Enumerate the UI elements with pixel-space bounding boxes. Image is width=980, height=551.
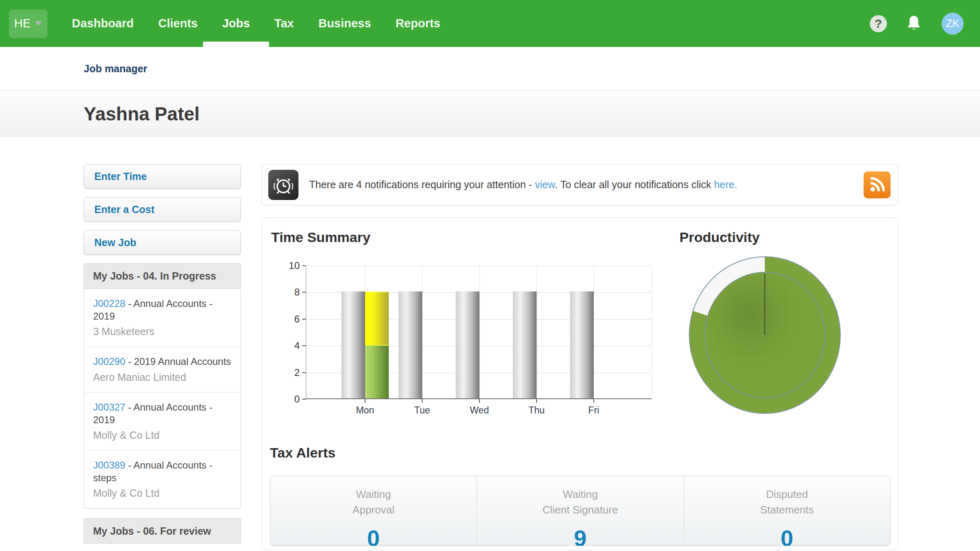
gridline [594,266,594,398]
capacity-bar-thu [513,291,537,398]
capacity-bar-fri [570,291,594,398]
capacity-bar-wed [456,291,479,398]
nav-item-reports[interactable]: Reports [394,0,442,47]
job-id-link[interactable]: J00290 [93,356,125,367]
job-title: J00327 - Annual Accounts - 2019 [93,401,232,426]
rss-icon[interactable] [864,171,891,198]
x-axis-tick [479,399,480,403]
org-menu-button[interactable]: HE [9,9,47,38]
time-summary-title: Time Summary [271,229,370,245]
my-jobs-panel: My Jobs - 04. In ProgressJ00228 - Annual… [84,263,241,509]
y-axis-tick [302,372,306,373]
notification-text-before: There are 4 notifications requiring your… [309,179,535,190]
dashboard-card: Time Summary 0246810MonTueWedThuFri Prod… [261,218,898,550]
job-title: J00389 - Annual Accounts - steps [93,459,232,484]
job-id-link[interactable]: J00228 [93,298,125,309]
tax-alerts-title: Tax Alerts [270,445,336,461]
job-id-link[interactable]: J00327 [93,402,125,413]
time-summary-chart: 0246810MonTueWedThuFri [306,266,652,399]
gridline [537,266,537,398]
job-list-item: J00290 - 2019 Annual AccountsAero Maniac… [84,347,241,392]
gridline [422,266,423,398]
jobs-section-header: My Jobs - 06. For review [84,518,241,544]
y-axis-label: 8 [275,287,300,298]
notification-text: There are 4 notifications requiring your… [309,179,737,191]
job-list-item: J00228 - Annual Accounts - 20193 Muskete… [84,289,241,347]
alert-count[interactable]: 0 [684,525,890,546]
y-axis-tick [302,345,306,346]
nav-item-business[interactable]: Business [317,0,373,47]
active-tab-indicator [203,42,269,47]
sidebar: Enter TimeEnter a CostNew JobMy Jobs - 0… [84,164,241,544]
gridline [306,266,652,266]
productivity-gauge [687,255,842,417]
gridline [479,266,480,398]
help-icon[interactable]: ? [870,15,887,32]
enter-time-button[interactable]: Enter Time [84,164,241,189]
view-link[interactable]: view [535,179,555,190]
job-client: Molly & Co Ltd [93,487,232,499]
job-id-link[interactable]: J00389 [93,460,125,471]
job-title: J00228 - Annual Accounts - 2019 [93,297,232,322]
enter-a-cost-button[interactable]: Enter a Cost [84,197,241,222]
billable-bar-mon [365,345,389,398]
job-list-item: J00327 - Annual Accounts - 2019Molly & C… [84,393,241,451]
nav-item-clients[interactable]: Clients [156,0,199,47]
alert-label-line1: Waiting [270,487,477,502]
nav-right: ? ZK [870,13,964,35]
y-axis-tick [302,399,306,400]
nav-item-jobs[interactable]: Jobs [220,0,252,47]
x-axis-tick [422,399,423,403]
capacity-bar-mon [341,291,365,398]
job-client: 3 Musketeers [93,326,232,338]
alert-count[interactable]: 0 [270,525,477,546]
breadcrumb-bar: Job manager [0,47,980,91]
chevron-down-icon [35,21,42,26]
capacity-bar-tue [399,291,422,398]
x-axis-label: Mon [341,405,390,416]
nav-item-tax[interactable]: Tax [273,0,296,47]
nonbillable-bar-mon [365,291,389,345]
org-initials: HE [14,17,31,30]
breadcrumb[interactable]: Job manager [84,63,147,75]
alert-label-line1: Waiting [477,487,683,502]
jobs-section-header: My Jobs - 04. In Progress [84,264,241,289]
y-axis-label: 10 [275,260,300,271]
page-title: Yashna Patel [84,103,200,125]
user-avatar[interactable]: ZK [942,13,964,35]
y-axis-tick [302,265,306,266]
y-axis-label: 0 [275,393,300,405]
tax-alerts-card: WaitingApproval0WaitingClient Signature9… [270,476,891,546]
alert-label-line2: Statements [684,502,890,518]
x-axis-label: Thu [512,405,561,416]
notification-text-mid: . To clear all your notifications click [555,179,714,190]
y-axis-label: 4 [275,340,300,351]
gridline [652,266,652,398]
tax-alert-client-signature: WaitingClient Signature9 [477,476,683,546]
y-axis-label: 6 [275,313,300,325]
notifications-bell-icon[interactable] [906,14,923,33]
alert-count[interactable]: 9 [477,525,683,546]
job-client: Aero Maniac Limited [93,371,232,383]
job-title: J00290 - 2019 Annual Accounts [93,355,232,368]
job-client: Molly & Co Ltd [93,429,232,441]
clear-here-link[interactable]: here. [714,179,737,190]
y-axis-label: 2 [275,367,300,378]
x-axis-tick [593,399,594,403]
alert-label-line1: Disputed [684,487,890,502]
title-band: Yashna Patel [0,91,980,137]
x-axis-tick [536,399,537,403]
x-axis-label: Fri [569,405,618,416]
y-axis-tick [302,292,306,293]
top-nav: HE DashboardClientsJobsTaxBusinessReport… [0,0,980,47]
alert-label-line2: Client Signature [477,502,683,518]
nav-item-dashboard[interactable]: Dashboard [70,0,135,47]
x-axis-tick [365,399,365,403]
productivity-title: Productivity [679,229,760,245]
new-job-button[interactable]: New Job [84,230,241,255]
notification-banner: There are 4 notifications requiring your… [261,164,898,205]
alarm-clock-icon [268,170,298,200]
x-axis-label: Wed [455,405,504,416]
alert-label-line2: Approval [270,502,477,518]
y-axis-tick [302,319,306,320]
